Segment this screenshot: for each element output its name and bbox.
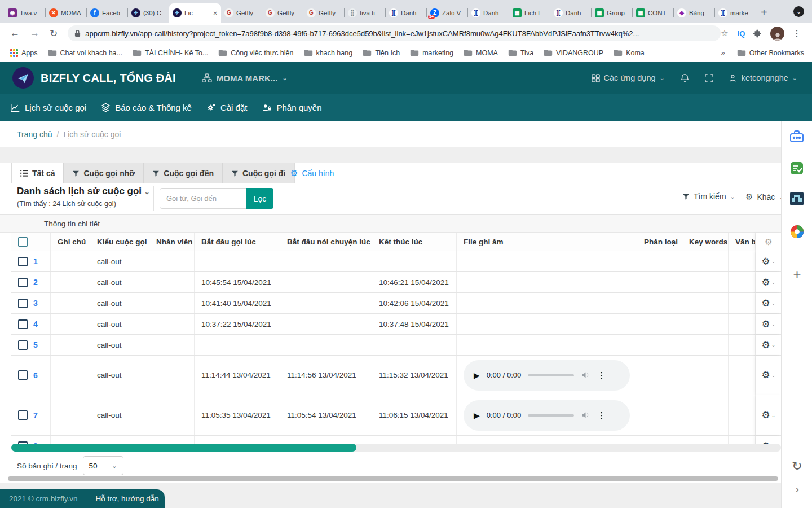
sidebar-refresh-button[interactable]: ↻	[782, 459, 812, 474]
bookmark-folder[interactable]: Chat voi khach ha...	[48, 49, 122, 57]
browser-tab-bizfly-unread[interactable]: ✈(30) C	[128, 3, 169, 23]
tab-tất-cả[interactable]: Tất cả	[12, 163, 64, 183]
tab-cuộc-gọi-nhỡ[interactable]: Cuộc gọi nhỡ	[64, 163, 144, 183]
row-checkbox[interactable]	[18, 257, 28, 266]
browser-tab-danh-1[interactable]: ][Danh	[386, 3, 427, 23]
bookmarks-overflow-icon[interactable]: »	[721, 49, 725, 57]
row-checkbox[interactable]	[18, 370, 28, 380]
play-icon[interactable]: ▶	[474, 371, 480, 380]
user-menu[interactable]: ketcongnghe ⌄	[728, 73, 797, 83]
browser-tab-getfly-2[interactable]: GGetfly	[262, 3, 303, 23]
filter-submit-button[interactable]: Lọc	[246, 188, 273, 209]
browser-tab-getfly-3[interactable]: GGetfly	[303, 3, 345, 23]
new-tab-button[interactable]: +	[761, 7, 767, 18]
tab-config[interactable]: ⚙ Cấu hình	[290, 163, 334, 183]
notifications-button[interactable]	[679, 72, 690, 84]
other-bookmarks[interactable]: Other Bookmarks	[737, 49, 804, 57]
row-actions-cell[interactable]: ⚙⌄	[756, 251, 781, 271]
play-icon[interactable]: ▶	[474, 411, 480, 420]
row-number[interactable]: 1	[33, 257, 38, 266]
nav-item-2[interactable]: Báo cáo & Thống kê	[101, 103, 192, 112]
url-bar[interactable]: appcrm.bizfly.vn/app-call/history?projec…	[68, 25, 721, 41]
search-menu[interactable]: Tìm kiếm ⌄	[682, 192, 735, 201]
profile-avatar[interactable]	[770, 27, 784, 41]
row-checkbox[interactable]	[18, 278, 28, 287]
sidebar-app-icon-tasks[interactable]	[789, 161, 804, 176]
row-checkbox[interactable]	[18, 299, 28, 308]
sidebar-app-icon-crm[interactable]	[789, 191, 804, 206]
row-number[interactable]: 4	[33, 319, 38, 329]
workspace-selector[interactable]: MOMA MARK... ⌄	[202, 73, 288, 83]
browser-menu-icon[interactable]: ⋮	[792, 28, 801, 38]
reload-button[interactable]: ↻	[50, 28, 58, 40]
browser-tab-moma[interactable]: ✕MOMA	[46, 3, 87, 23]
column-settings-cell[interactable]: ⚙	[756, 233, 781, 251]
bookmark-folder[interactable]: MOMA	[464, 49, 498, 57]
tab-cuộc-gọi-đến[interactable]: Cuộc gọi đến	[144, 163, 223, 183]
fullscreen-button[interactable]	[705, 74, 713, 82]
page-horizontal-scrollbar[interactable]	[8, 476, 778, 481]
row-actions-cell[interactable]: ⚙⌄	[756, 314, 781, 334]
bookmark-folder[interactable]: Công việc thực hiện	[218, 49, 293, 57]
browser-tab-tiva[interactable]: ◉Tiva.v	[5, 3, 46, 23]
nav-item-4[interactable]: Phân quyền	[262, 103, 321, 112]
row-actions-cell[interactable]: ⚙⌄	[756, 356, 781, 395]
browser-tab-getfly-1[interactable]: GGetfly	[221, 3, 262, 23]
row-checkbox[interactable]	[18, 340, 28, 350]
browser-tab-zalo[interactable]: Z5+Zalo V	[427, 3, 468, 23]
row-number[interactable]: 5	[33, 340, 38, 349]
select-all-checkbox[interactable]	[18, 237, 28, 247]
bookmark-star-icon[interactable]: ☆	[721, 28, 728, 38]
browser-tab-facebook[interactable]: fFaceb	[87, 3, 128, 23]
nav-item-1[interactable]: Lịch sử cuộc gọi	[10, 103, 86, 112]
audio-progress[interactable]	[528, 374, 574, 376]
apps-shortcut[interactable]: Apps	[10, 49, 38, 57]
row-actions-cell[interactable]: ⚙⌄	[756, 335, 781, 355]
sidebar-app-icon-briefcase[interactable]	[789, 129, 804, 144]
nav-item-3[interactable]: Cài đặt	[206, 103, 248, 112]
forward-button[interactable]: →	[30, 28, 39, 39]
bookmark-folder[interactable]: khach hang	[304, 49, 353, 57]
bookmark-folder[interactable]: Tiva	[508, 49, 533, 57]
tab-cuộc-gọi-đi[interactable]: Cuộc gọi đi	[223, 163, 294, 183]
support-link[interactable]: Hỗ trợ, hướng dẫn	[96, 494, 159, 503]
extensions-puzzle-icon[interactable]	[753, 29, 762, 38]
breadcrumb-home-link[interactable]: Trang chủ	[17, 130, 52, 139]
row-number[interactable]: 3	[33, 299, 38, 308]
row-checkbox[interactable]	[18, 410, 28, 420]
browser-tab-danh-2[interactable]: ][Danh	[468, 3, 509, 23]
browser-tab-bang[interactable]: ◆Bảng	[674, 3, 715, 23]
browser-tab-tiva-ti[interactable]: ⣿tiva ti	[345, 3, 386, 23]
bookmark-folder[interactable]: marketing	[410, 49, 453, 57]
tab-close-icon[interactable]: ✕	[213, 10, 218, 16]
row-actions-cell[interactable]: ⚙⌄	[756, 436, 781, 444]
bookmark-folder[interactable]: Tiện ích	[363, 49, 400, 57]
bookmark-folder[interactable]: TÀI CHÍNH- Kế To...	[133, 49, 208, 57]
scrollbar-thumb[interactable]	[11, 444, 356, 452]
list-title-dropdown[interactable]: Danh sách lịch sử cuộc gọi ⌄	[17, 186, 150, 197]
volume-icon[interactable]	[581, 370, 590, 380]
audio-progress[interactable]	[528, 414, 574, 417]
browser-tab-sheet-group[interactable]: ▦Group	[592, 3, 633, 23]
row-actions-cell[interactable]: ⚙⌄	[756, 272, 781, 292]
sidebar-add-button[interactable]: +	[782, 267, 812, 283]
browser-tab-sheet-lich[interactable]: ▦Lịch l	[509, 3, 550, 23]
audio-menu-icon[interactable]: ⋮	[597, 370, 606, 380]
browser-tab-danh-3[interactable]: ][Danh	[550, 3, 592, 23]
row-actions-cell[interactable]: ⚙⌄	[756, 395, 781, 435]
audio-menu-icon[interactable]: ⋮	[597, 410, 606, 421]
row-actions-cell[interactable]: ⚙⌄	[756, 293, 781, 313]
phone-search-input[interactable]	[160, 188, 246, 209]
row-number[interactable]: 7	[33, 411, 38, 420]
sidebar-app-icon-colorwheel[interactable]	[789, 224, 804, 239]
sidebar-collapse-button[interactable]: ›	[782, 483, 812, 496]
page-size-select[interactable]: 50 ⌄	[83, 456, 123, 475]
apps-menu[interactable]: Các ứng dụng ⌄	[592, 73, 665, 82]
browser-tab-bizfly-active[interactable]: ✈Lịc✕	[169, 3, 221, 23]
audio-player[interactable]: ▶0:00 / 0:00⋮	[464, 400, 630, 431]
row-checkbox[interactable]	[18, 319, 28, 329]
tab-search-button[interactable]: ⌄	[793, 6, 804, 17]
table-horizontal-scrollbar[interactable]	[11, 444, 781, 452]
back-button[interactable]: ←	[10, 28, 20, 39]
audio-player[interactable]: ▶0:00 / 0:00⋮	[464, 360, 630, 391]
